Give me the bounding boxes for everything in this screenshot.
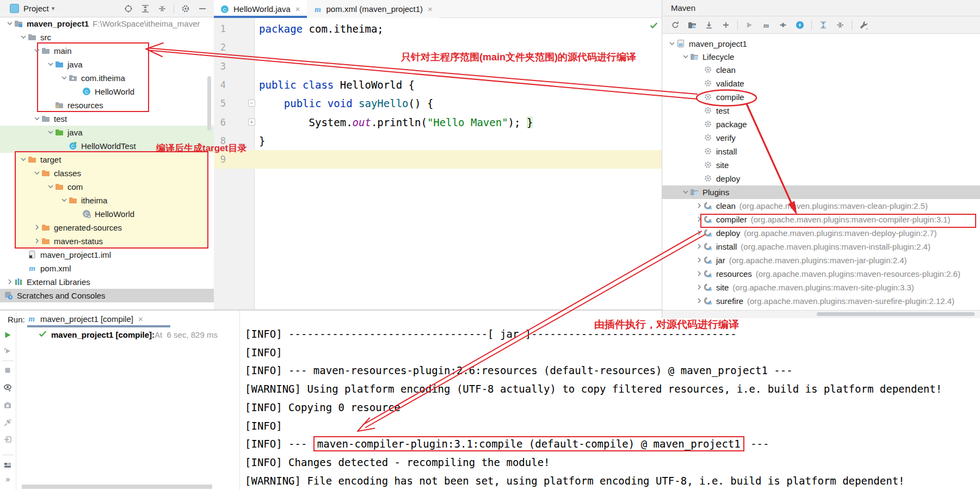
chevron-down-icon[interactable]: [33, 114, 41, 123]
tree-item-maven-project1-iml[interactable]: maven_project1.iml: [0, 248, 214, 262]
tree-item-java[interactable]: java: [0, 126, 214, 139]
line-number[interactable]: 5: [214, 94, 226, 113]
tree-item-src[interactable]: src: [0, 30, 214, 44]
collapse-all-icon[interactable]: [835, 20, 846, 30]
maven-item-clean[interactable]: clean: [662, 63, 980, 77]
inspection-ok-icon[interactable]: [649, 21, 658, 32]
chevron-right-icon[interactable]: [695, 283, 704, 291]
editor-tab-pom[interactable]: mpom.xml (maven_project1)×: [307, 0, 439, 18]
code-line-6[interactable]: 6+ System.out.println("Hello Maven"); }: [214, 113, 662, 132]
maven-item-install[interactable]: minstall(org.apache.maven.plugins:maven-…: [662, 240, 980, 253]
thread-dump-icon[interactable]: [2, 400, 13, 411]
tree-item-classes[interactable]: classes: [0, 166, 214, 180]
chevron-down-icon[interactable]: [33, 46, 41, 55]
chevron-right-icon[interactable]: [695, 269, 704, 278]
maven-item-plugins[interactable]: Plugins: [662, 185, 980, 199]
run-tree-hscrollbar[interactable]: [22, 485, 212, 489]
chevron-down-icon[interactable]: [46, 60, 55, 69]
build-icon[interactable]: [794, 20, 805, 30]
chevron-down-icon[interactable]: [46, 128, 55, 137]
code-line-4[interactable]: 4public class HelloWorld {: [214, 76, 662, 94]
chevron-right-icon[interactable]: [695, 256, 704, 264]
tree-item-scratches-and-consoles[interactable]: Scratches and Consoles: [0, 289, 214, 302]
console-output[interactable]: [INFO] --------------------------------[…: [245, 311, 980, 490]
tree-item-helloworld[interactable]: CHelloWorld: [0, 207, 214, 221]
tree-item-main[interactable]: main: [0, 44, 214, 58]
tree-item-maven-project1[interactable]: maven_project1F:\WorkSpace\itheima_maver: [0, 17, 214, 30]
maven-item-deploy[interactable]: mdeploy(org.apache.maven.plugins:maven-d…: [662, 226, 980, 240]
chevron-down-icon[interactable]: [19, 155, 28, 164]
code-line-1[interactable]: 1package com.itheima;: [214, 20, 662, 38]
expand-all-blue-icon[interactable]: [818, 20, 829, 30]
chevron-right-icon[interactable]: [695, 201, 704, 210]
chevron-down-icon[interactable]: [681, 188, 690, 196]
chevron-down-icon[interactable]: [60, 196, 69, 204]
tree-item-itheima[interactable]: itheima: [0, 194, 214, 207]
chevron-right-icon[interactable]: [33, 237, 41, 245]
tree-item-target[interactable]: target: [0, 153, 214, 166]
tree-item-com[interactable]: com: [0, 180, 214, 194]
maven-item-validate[interactable]: validate: [662, 77, 980, 90]
rerun-failed-icon[interactable]: [2, 345, 13, 356]
chevron-right-icon[interactable]: [5, 277, 14, 286]
run-tab[interactable]: m maven_project1 [compile] ×: [27, 312, 143, 326]
locate-icon[interactable]: [123, 3, 134, 14]
chevron-down-icon[interactable]: [46, 182, 55, 191]
tree-item-resources[interactable]: resources: [0, 98, 214, 112]
chevron-down-icon[interactable]: ▾: [52, 5, 55, 12]
close-icon[interactable]: ×: [295, 4, 300, 14]
project-scrollbar[interactable]: [207, 76, 211, 131]
code-line-9[interactable]: 9: [214, 150, 662, 169]
maven-item-resources[interactable]: mresources(org.apache.maven.plugins:mave…: [662, 267, 980, 281]
download-sources-icon[interactable]: [704, 20, 714, 30]
chevron-right-icon[interactable]: [33, 223, 41, 232]
line-number[interactable]: 3: [214, 57, 226, 76]
maven-item-surefire[interactable]: msurefire(org.apache.maven.plugins:maven…: [662, 294, 980, 308]
code-line-5[interactable]: 5− public void sayHello() {: [214, 94, 662, 113]
sync-icon[interactable]: [687, 20, 698, 30]
maven-item-test[interactable]: test: [662, 104, 980, 117]
maven-item-package[interactable]: package: [662, 117, 980, 131]
chevron-down-icon[interactable]: [19, 33, 28, 41]
add-icon[interactable]: [720, 20, 731, 30]
filter-icon[interactable]: [2, 382, 13, 393]
settings-wrench-icon[interactable]: [858, 20, 869, 30]
chevron-right-icon[interactable]: [695, 242, 704, 251]
tree-item-test[interactable]: test: [0, 112, 214, 126]
tree-item-external-libraries[interactable]: External Libraries: [0, 275, 214, 289]
expand-all-icon[interactable]: [140, 3, 151, 14]
tree-item-helloworld[interactable]: CHelloWorld: [0, 85, 214, 98]
maven-item-deploy[interactable]: deploy: [662, 172, 980, 185]
settings-icon[interactable]: [180, 3, 191, 14]
maven-hscrollbar[interactable]: [817, 312, 975, 316]
run-panel-divider[interactable]: [239, 311, 240, 490]
tree-item-maven-status[interactable]: maven-status: [0, 234, 214, 248]
line-number[interactable]: 6: [214, 113, 226, 132]
run-icon[interactable]: [744, 20, 755, 30]
layout-icon[interactable]: [2, 460, 13, 470]
gc-icon[interactable]: [2, 417, 13, 428]
jump-to-source-icon[interactable]: [2, 434, 13, 445]
chevron-right-icon[interactable]: [695, 228, 704, 237]
maven-item-install[interactable]: install: [662, 145, 980, 158]
chevron-right-icon[interactable]: [695, 296, 704, 305]
close-icon[interactable]: ×: [428, 4, 433, 14]
execute-goal-icon[interactable]: m: [761, 20, 772, 30]
tree-item-java[interactable]: java: [0, 58, 214, 71]
maven-item-compile[interactable]: compile: [662, 90, 980, 104]
rerun-icon[interactable]: [2, 330, 13, 340]
maven-item-maven_project1[interactable]: mmaven_project1: [662, 37, 980, 51]
maven-item-site[interactable]: site: [662, 158, 980, 172]
stop-icon[interactable]: [2, 365, 13, 376]
maven-item-clean[interactable]: mclean(org.apache.maven.plugins:maven-cl…: [662, 199, 980, 213]
editor-tab-helloworld[interactable]: CHelloWorld.java×: [214, 0, 307, 18]
close-icon[interactable]: ×: [138, 314, 143, 324]
fold-expand-icon[interactable]: +: [248, 119, 255, 126]
chevron-down-icon[interactable]: [33, 169, 41, 177]
maven-item-lifecycle[interactable]: Lifecycle: [662, 50, 980, 64]
line-number[interactable]: 2: [214, 38, 226, 57]
maven-item-verify[interactable]: verify: [662, 131, 980, 145]
tree-item-pom-xml[interactable]: mpom.xml: [0, 262, 214, 275]
fold-collapse-icon[interactable]: −: [248, 100, 255, 107]
chevron-down-icon[interactable]: [668, 39, 676, 48]
